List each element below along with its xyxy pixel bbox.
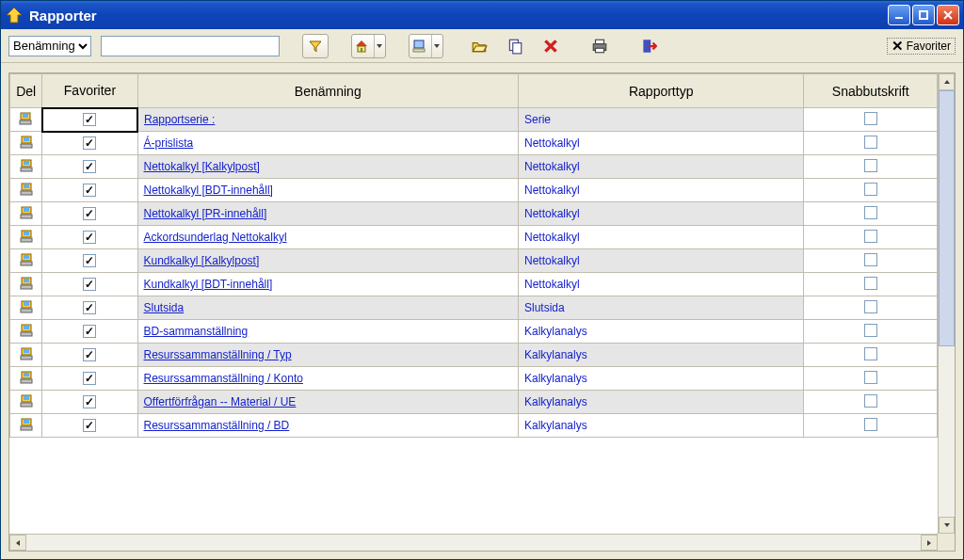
table-row[interactable]: Offertförfrågan -- Material / UEKalkylan…: [10, 391, 938, 414]
report-name[interactable]: BD-sammanställning: [144, 325, 249, 338]
report-name-cell[interactable]: Ackordsunderlag Nettokalkyl: [137, 226, 519, 249]
table-row[interactable]: Rapportserie :Serie: [10, 108, 938, 132]
chevron-down-icon[interactable]: [431, 35, 441, 57]
report-name[interactable]: Resurssammanställning / Konto: [144, 372, 303, 385]
quickprint-checkbox[interactable]: [804, 320, 938, 344]
favorite-checkbox[interactable]: [42, 414, 137, 438]
scroll-thumb[interactable]: [939, 90, 955, 346]
quickprint-checkbox[interactable]: [804, 367, 938, 391]
table-row[interactable]: Á-prislistaNettokalkyl: [10, 132, 938, 155]
col-rapporttyp[interactable]: Rapporttyp: [519, 74, 804, 108]
quickprint-checkbox[interactable]: [804, 226, 938, 249]
report-name-cell[interactable]: Nettokalkyl [Kalkylpost]: [137, 155, 519, 179]
report-name[interactable]: Kundkalkyl [BDT-innehåll]: [144, 278, 273, 291]
quickprint-checkbox[interactable]: [804, 414, 938, 438]
table-row[interactable]: Nettokalkyl [Kalkylpost]Nettokalkyl: [10, 155, 938, 179]
report-name-cell[interactable]: BD-sammanställning: [137, 320, 519, 344]
table-row[interactable]: SlutsidaSlutsida: [10, 296, 938, 320]
favorite-checkbox[interactable]: [42, 202, 137, 226]
vertical-scrollbar[interactable]: [938, 73, 955, 534]
col-del[interactable]: Del: [10, 74, 42, 108]
quickprint-checkbox[interactable]: [804, 202, 938, 226]
quickprint-checkbox[interactable]: [804, 273, 938, 296]
report-name-cell[interactable]: Slutsida: [137, 296, 519, 320]
table-row[interactable]: Ackordsunderlag NettokalkylNettokalkyl: [10, 226, 938, 249]
home-button[interactable]: [351, 34, 386, 58]
favorite-checkbox[interactable]: [42, 391, 137, 414]
chevron-down-icon[interactable]: [374, 35, 383, 57]
quickprint-checkbox[interactable]: [804, 296, 938, 320]
exit-button[interactable]: [635, 34, 662, 58]
scroll-up-button[interactable]: [939, 73, 955, 90]
favorite-checkbox[interactable]: [42, 132, 137, 155]
report-name[interactable]: Á-prislista: [144, 136, 194, 150]
report-name-cell[interactable]: Kundkalkyl [BDT-innehåll]: [137, 273, 519, 296]
scroll-left-button[interactable]: [9, 535, 26, 551]
favorite-checkbox[interactable]: [42, 273, 137, 296]
scroll-down-button[interactable]: [939, 517, 955, 534]
filter-field-select[interactable]: Benämning: [8, 36, 91, 56]
report-name-cell[interactable]: Á-prislista: [137, 132, 519, 155]
report-name[interactable]: Ackordsunderlag Nettokalkyl: [144, 231, 287, 244]
report-name-cell[interactable]: Resurssammanställning / Konto: [137, 367, 519, 391]
report-name-cell[interactable]: Resurssammanställning / Typ: [137, 344, 519, 367]
report-name[interactable]: Nettokalkyl [Kalkylpost]: [144, 160, 260, 173]
report-name[interactable]: Kundkalkyl [Kalkylpost]: [144, 254, 260, 267]
quickprint-checkbox[interactable]: [804, 155, 938, 179]
report-name-cell[interactable]: Rapportserie :: [137, 108, 519, 132]
favorite-checkbox[interactable]: [42, 320, 137, 344]
report-name[interactable]: Resurssammanställning / BD: [144, 419, 290, 432]
favorite-checkbox[interactable]: [42, 249, 137, 273]
table-row[interactable]: Resurssammanställning / BDKalkylanalys: [10, 414, 938, 438]
open-button[interactable]: [466, 34, 492, 58]
table-row[interactable]: Kundkalkyl [Kalkylpost]Nettokalkyl: [10, 249, 938, 273]
report-name-cell[interactable]: Kundkalkyl [Kalkylpost]: [137, 249, 519, 273]
delete-button[interactable]: [538, 34, 564, 58]
report-name[interactable]: Slutsida: [144, 301, 185, 314]
col-snabbutskrift[interactable]: Snabbutskrift: [804, 74, 938, 108]
table-row[interactable]: Kundkalkyl [BDT-innehåll]Nettokalkyl: [10, 273, 938, 296]
favorite-checkbox[interactable]: [42, 179, 137, 202]
table-row[interactable]: BD-sammanställningKalkylanalys: [10, 320, 938, 344]
favorite-checkbox[interactable]: [42, 344, 137, 367]
close-button[interactable]: [937, 5, 959, 25]
horizontal-scrollbar[interactable]: [9, 534, 938, 551]
quickprint-checkbox[interactable]: [804, 391, 938, 414]
favorite-checkbox[interactable]: [42, 108, 137, 132]
filter-button[interactable]: [302, 34, 329, 58]
favorite-checkbox[interactable]: [42, 296, 137, 320]
report-name-cell[interactable]: Nettokalkyl [BDT-innehåll]: [137, 179, 519, 202]
favorite-checkbox[interactable]: [42, 367, 137, 391]
col-benamning[interactable]: Benämning: [137, 74, 519, 108]
table-row[interactable]: Resurssammanställning / KontoKalkylanaly…: [10, 367, 938, 391]
report-name[interactable]: Nettokalkyl [PR-innehåll]: [144, 207, 267, 220]
favoriter-toggle[interactable]: ✕ Favoriter: [887, 38, 956, 55]
quickprint-checkbox[interactable]: [804, 179, 938, 202]
favorite-checkbox[interactable]: [42, 226, 137, 249]
search-input[interactable]: [101, 36, 280, 56]
minimize-button[interactable]: [888, 5, 910, 25]
quickprint-checkbox[interactable]: [804, 132, 938, 155]
col-favoriter[interactable]: Favoriter: [42, 74, 137, 108]
maximize-button[interactable]: [912, 5, 935, 25]
report-name[interactable]: Resurssammanställning / Typ: [144, 348, 292, 361]
favorite-checkbox[interactable]: [42, 155, 137, 179]
quickprint-checkbox[interactable]: [804, 249, 938, 273]
report-name[interactable]: Rapportserie :: [144, 113, 215, 126]
quickprint-checkbox[interactable]: [804, 344, 938, 367]
quickprint-checkbox[interactable]: [804, 108, 938, 132]
print-button[interactable]: [586, 34, 613, 58]
computer-button[interactable]: [409, 34, 443, 58]
table-row[interactable]: Resurssammanställning / TypKalkylanalys: [10, 344, 938, 367]
table-row[interactable]: Nettokalkyl [BDT-innehåll]Nettokalkyl: [10, 179, 938, 202]
scroll-track[interactable]: [939, 90, 955, 517]
filter-field-dropdown[interactable]: Benämning: [8, 36, 91, 56]
report-name[interactable]: Nettokalkyl [BDT-innehåll]: [144, 184, 273, 197]
copy-button[interactable]: [502, 34, 528, 58]
scroll-track-h[interactable]: [26, 535, 921, 551]
report-name-cell[interactable]: Resurssammanställning / BD: [137, 414, 519, 438]
table-row[interactable]: Nettokalkyl [PR-innehåll]Nettokalkyl: [10, 202, 938, 226]
report-name[interactable]: Offertförfrågan -- Material / UE: [144, 395, 297, 408]
report-name-cell[interactable]: Nettokalkyl [PR-innehåll]: [137, 202, 519, 226]
report-name-cell[interactable]: Offertförfrågan -- Material / UE: [137, 391, 519, 414]
